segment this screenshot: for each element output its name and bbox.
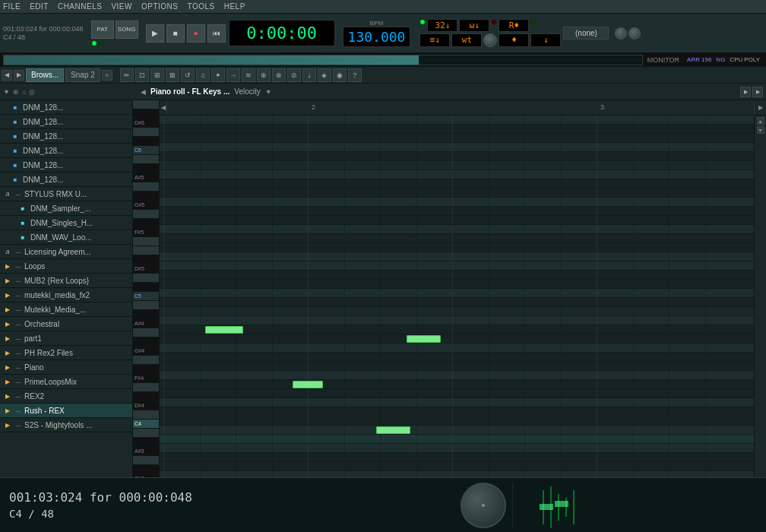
close-tab-btn[interactable]: × [102, 70, 112, 81]
scroll-left-icon[interactable]: ◀ [141, 88, 146, 96]
piano-key-D#6[interactable]: D#6 [133, 119, 159, 128]
piano-key-B3[interactable] [133, 429, 159, 438]
velocity-btn[interactable]: Velocity [234, 87, 260, 96]
piano-key-black-7[interactable] [133, 164, 159, 173]
tab-snap[interactable]: Snap 2 [65, 68, 100, 82]
piano-key-G5[interactable] [133, 210, 159, 219]
ruler-scroll-left[interactable]: ◀ [160, 101, 167, 115]
piano-key-F#4[interactable]: F#4 [133, 374, 159, 383]
zoom-icon[interactable]: ⊞ [150, 68, 164, 82]
pat-song-btn[interactable]: PAT [91, 21, 114, 39]
piano-key-C4[interactable]: C4 [133, 420, 159, 429]
menu-help[interactable]: HELP [224, 2, 245, 11]
piano-key-D6[interactable] [133, 128, 159, 137]
piano-key-G#4[interactable]: G#4 [133, 347, 159, 356]
record-button[interactable]: ● [187, 24, 205, 43]
piano-key-D#4[interactable]: D#4 [133, 401, 159, 410]
sidebar-item-dnm3[interactable]: ■DNM_128... [0, 129, 132, 144]
bpm-display[interactable]: 130.000 [343, 27, 411, 47]
select-icon[interactable]: ⊡ [135, 68, 149, 82]
loop-icon[interactable]: ↺ [181, 68, 195, 82]
piano-key-E5[interactable] [133, 246, 159, 255]
tool-10[interactable]: ⊕ [257, 68, 271, 82]
tab-browse[interactable]: Brows... [26, 68, 64, 82]
tool-14[interactable]: ◈ [318, 68, 331, 82]
menu-edit[interactable]: EDIT [30, 2, 49, 11]
sidebar-item-dnm5[interactable]: ■DNM_128... [0, 158, 132, 173]
sidebar-item-s2s[interactable]: ▶—S2S - Mightyfools ... [0, 418, 132, 432]
sidebar-item-licensing[interactable]: a—Licensing Agreem... [0, 245, 132, 259]
sidebar-item-rex2[interactable]: ▶—REX2 [0, 389, 132, 404]
tool-15[interactable]: ◉ [333, 68, 347, 82]
knob-1[interactable] [483, 33, 497, 47]
sidebar-item-part1[interactable]: ▶—part1 [0, 331, 132, 346]
stamp-icon[interactable]: ✦ [211, 68, 225, 82]
master-dial[interactable] [461, 483, 506, 528]
menu-tools[interactable]: TOOLS [187, 2, 214, 11]
tool-11[interactable]: ⊗ [272, 68, 286, 82]
piano-key-E9[interactable] [133, 100, 159, 109]
piano-key-black-37[interactable] [133, 438, 159, 447]
menu-file[interactable]: FILE [3, 2, 21, 11]
piano-key-A3[interactable] [133, 456, 159, 465]
tool-16[interactable]: ? [348, 68, 362, 82]
menu-channels[interactable]: CHANNELS [58, 2, 102, 11]
grid-scroll-down[interactable]: ▼ [757, 126, 764, 134]
sidebar-item-singles[interactable]: ■DNM_Singles_H... [0, 216, 132, 230]
sidebar-item-dnm4[interactable]: ■DNM_128... [0, 144, 132, 158]
piano-key-A#3[interactable]: A#3 [133, 447, 159, 456]
sidebar-item-mutekki2[interactable]: ▶—Mutekki_Media_... [0, 302, 132, 317]
piano-key-F4[interactable] [133, 383, 159, 392]
menu-options[interactable]: OPTIONS [141, 2, 179, 11]
master-vol-knob[interactable] [615, 27, 627, 40]
velocity-dropdown-icon[interactable]: ▼ [265, 88, 272, 96]
stop-button[interactable]: ■ [166, 24, 185, 43]
sidebar-item-dnm6[interactable]: ■DNM_128... [0, 173, 132, 187]
tool-12[interactable]: ⊘ [287, 68, 301, 82]
tool-9[interactable]: ≋ [242, 68, 255, 82]
tool-13[interactable]: ♩ [302, 68, 316, 82]
piano-key-D4[interactable] [133, 410, 159, 420]
nav-btn-2[interactable]: ▶ [14, 70, 24, 81]
piano-key-C6[interactable]: C6 [133, 146, 159, 155]
browser-search-icon[interactable]: ⊕ [13, 88, 19, 96]
deselect-icon[interactable]: ⊠ [166, 68, 179, 82]
scroll-right-2[interactable]: ▶ [752, 87, 763, 97]
browser-config-icon[interactable]: ◎ [29, 88, 35, 96]
play-button[interactable]: ▶ [146, 24, 164, 43]
sidebar-item-sampler[interactable]: ■DNM_Sampler_... [0, 201, 132, 216]
scroll-right-1[interactable]: ▶ [740, 87, 751, 97]
arrow-icon[interactable]: → [226, 68, 240, 82]
piano-key-black-20[interactable] [133, 283, 159, 292]
piano-key-G#5[interactable]: G#5 [133, 201, 159, 210]
pencil-icon[interactable]: ✏ [120, 68, 134, 82]
song-btn[interactable]: SONG [116, 21, 138, 39]
piano-key-D5[interactable] [133, 274, 159, 283]
piano-key-B4[interactable] [133, 301, 159, 310]
nav-btn-1[interactable]: ◀ [2, 70, 12, 81]
piano-key-black-26[interactable] [133, 337, 159, 347]
piano-key-black-29[interactable] [133, 365, 159, 374]
sidebar-item-dnm1[interactable]: ■DNM_128... [0, 100, 132, 115]
sidebar-item-mutekki1[interactable]: ▶—mutekki_media_fx2 [0, 288, 132, 302]
browser-sort-icon[interactable]: ▼ [3, 88, 10, 96]
piano-key-A5[interactable] [133, 182, 159, 192]
piano-key-F#5[interactable]: F#5 [133, 228, 159, 237]
piano-key-D#5[interactable]: D#5 [133, 264, 159, 274]
sidebar-item-primeloops[interactable]: ▶—PrimeLoopsMix [0, 375, 132, 389]
piano-key-black-32[interactable] [133, 392, 159, 401]
sidebar-item-stylus[interactable]: a—STYLUS RMX U... [0, 187, 132, 201]
sidebar-item-rush-rex[interactable]: ▶—Rush - REX [0, 404, 132, 418]
sidebar-item-wavloop[interactable]: ■DNM_WAV_Loo... [0, 230, 132, 245]
piano-key-black-23[interactable] [133, 310, 159, 319]
browser-home-icon[interactable]: ⌂ [22, 88, 26, 96]
menu-view[interactable]: VIEW [111, 2, 132, 11]
skip-back-button[interactable]: ⏮ [207, 24, 226, 43]
sidebar-item-orchestral[interactable]: ▶—Orchestral [0, 317, 132, 331]
piano-key-black-1[interactable] [133, 109, 159, 119]
grid-scroll-up[interactable]: ▲ [757, 117, 764, 125]
piano-key-black-4[interactable] [133, 137, 159, 146]
piano-key-black-13[interactable] [133, 219, 159, 228]
piano-key-black-40[interactable] [133, 465, 159, 474]
piano-key-F5[interactable] [133, 237, 159, 246]
